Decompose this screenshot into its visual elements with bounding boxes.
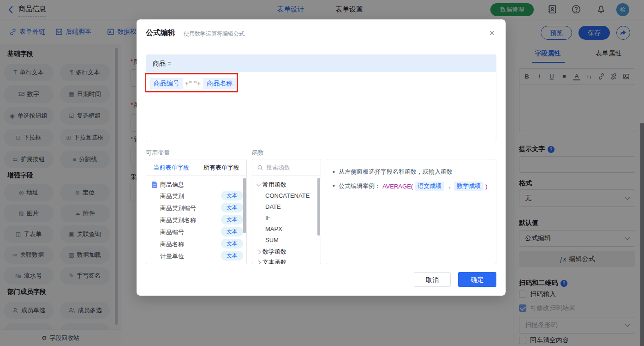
chevron-down-icon [256, 182, 261, 186]
chevron-right-icon [256, 249, 261, 254]
modal-title: 公式编辑 [146, 28, 175, 38]
variables-label: 可用变量 [146, 149, 170, 157]
form-doc-icon [152, 182, 157, 188]
functions-panel: 常用函数 CONCATENATE DATE IF MAPX SUM 数学函数 文… [252, 159, 321, 264]
variable-field-row[interactable]: 商品类别 [160, 192, 184, 200]
formula-field-chip[interactable]: 商品编号 [150, 78, 183, 89]
function-item[interactable]: SUM [265, 237, 279, 243]
functions-scrollbar[interactable] [317, 178, 320, 236]
close-icon[interactable]: × [485, 27, 498, 40]
example-field-chip: 语文成绩 [415, 182, 444, 191]
variables-tree-root[interactable]: 商品信息 [152, 181, 184, 189]
function-group-math[interactable]: 数学函数 [257, 248, 286, 256]
app-screen: 商品信息 表单设计 表单设置 数据管理 检 表单外链 后端脚本 数据权 [0, 0, 644, 346]
field-type-badge: 文本 [221, 239, 243, 249]
variables-scrollbar[interactable] [243, 178, 246, 233]
function-item[interactable]: DATE [265, 203, 281, 210]
field-type-badge: 文本 [221, 227, 243, 237]
field-type-badge: 文本 [221, 191, 243, 200]
function-item[interactable]: MAPX [265, 225, 282, 232]
example-function-name: AVERAGE( [382, 183, 413, 190]
chevron-right-icon [256, 260, 261, 264]
variable-field-row[interactable]: 商品编号 [160, 228, 184, 237]
tip-line-1: • 从左侧面板选择字段名和函数，或输入函数 [333, 168, 453, 176]
search-icon [257, 164, 263, 171]
functions-label: 函数 [252, 149, 264, 157]
field-type-badge: 文本 [221, 215, 243, 225]
tip-line-2: • 公式编辑举例：AVERAGE( 语文成绩 ， 数学成绩 ) [333, 182, 487, 191]
example-field-chip: 数学成绩 [454, 182, 483, 191]
function-group-common[interactable]: 常用函数 [257, 181, 286, 189]
cancel-button[interactable]: 取消 [414, 272, 451, 287]
modal-subtitle: 使用数学运算符编辑公式 [184, 30, 244, 38]
field-type-badge: 文本 [221, 203, 243, 212]
formula-editor-box[interactable]: 商品 = 商品编号 +" "+ 商品名称 [146, 55, 496, 142]
variable-field-row[interactable]: 商品类别编号 [160, 204, 196, 212]
variable-field-row[interactable]: 计量单位 [160, 252, 184, 261]
formula-editor-modal: 公式编辑 使用数学运算符编辑公式 × 商品 = 商品编号 +" "+ 商品名称 … [137, 19, 506, 296]
formula-operator: +" "+ [185, 80, 201, 87]
tab-current-form-fields[interactable]: 当前表单字段 [153, 164, 189, 172]
variables-tabs: 当前表单字段 所有表单字段 [146, 159, 246, 176]
formula-field-chip[interactable]: 商品名称 [203, 78, 236, 89]
field-type-badge: 文本 [221, 251, 243, 261]
tab-all-form-fields[interactable]: 所有表单字段 [203, 164, 239, 172]
function-item[interactable]: CONCATENATE [265, 192, 310, 199]
function-search-input[interactable] [266, 164, 312, 171]
variables-panel: 当前表单字段 所有表单字段 商品信息 商品类别 文本 商品类别编号 文本 商品类… [146, 159, 247, 264]
formula-tips-panel: • 从左侧面板选择字段名和函数，或输入函数 • 公式编辑举例：AVERAGE( … [326, 159, 496, 264]
function-search[interactable] [252, 159, 321, 176]
function-group-text[interactable]: 文本函数 [257, 258, 286, 264]
variable-field-row[interactable]: 商品名称 [160, 240, 184, 249]
confirm-button[interactable]: 确定 [458, 272, 496, 287]
variable-field-row[interactable]: 商品类别名称 [160, 216, 196, 225]
formula-expression[interactable]: 商品编号 +" "+ 商品名称 [150, 78, 236, 89]
function-item[interactable]: IF [265, 214, 271, 221]
formula-target: 商品 = [146, 55, 496, 72]
